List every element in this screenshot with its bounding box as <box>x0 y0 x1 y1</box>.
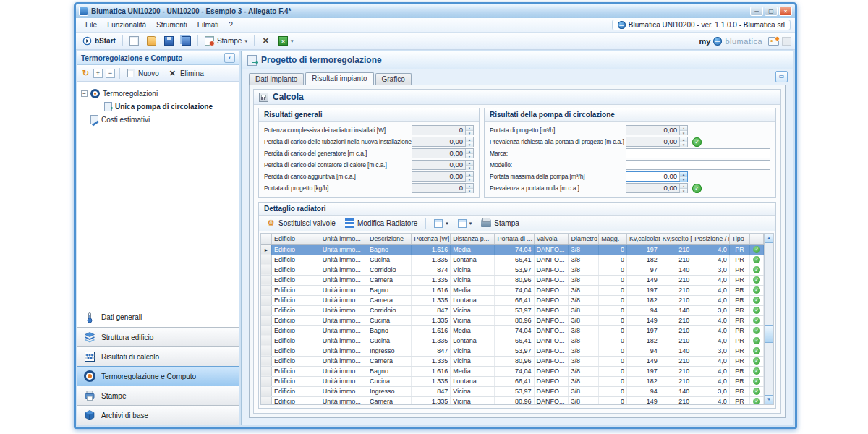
scroll-down-icon[interactable]: ▼ <box>765 395 773 404</box>
notes-icon[interactable] <box>782 37 791 46</box>
spinner-buttons[interactable]: ▴▾ <box>465 161 473 169</box>
col-header[interactable]: Portata di ... <box>495 234 534 244</box>
scrollbar-thumb[interactable] <box>765 326 773 343</box>
stampa-button[interactable]: Stampa <box>478 218 522 229</box>
menu-help[interactable]: ? <box>224 20 238 30</box>
group-title: Risultati della pompa di circolazione <box>485 109 775 122</box>
menu-filmati[interactable]: Filmati <box>192 20 224 30</box>
cell-descrizione: Cucina <box>367 376 412 386</box>
table-row[interactable]: EdificioUnità immo...Ingresso847Vicina53… <box>261 386 764 396</box>
table-row[interactable]: EdificioUnità immo...Camera1.335Vicina80… <box>261 396 764 405</box>
col-header[interactable]: Tipo <box>729 234 749 244</box>
table-row[interactable]: EdificioUnità immo...Cucina1.335Lontana6… <box>261 376 764 386</box>
excel-export-button[interactable]: x ▾ <box>276 35 297 47</box>
portata-massima-spinner[interactable]: 0,00▴▾ <box>626 171 688 182</box>
version-badge[interactable]: Blumatica UNI10200 - ver. 1.1.0.0 - Blum… <box>612 20 791 30</box>
cell-valvola: DANFO... <box>534 275 569 285</box>
col-header[interactable]: Descrizione <box>367 234 412 244</box>
col-header[interactable]: Posizione / B... <box>692 234 729 244</box>
my-blumatica-brand[interactable]: my blumatica <box>699 37 791 46</box>
spinner-buttons[interactable]: ▴▾ <box>679 137 687 146</box>
stampe-dropdown-button[interactable]: Stampe ▾ <box>202 35 250 47</box>
col-header[interactable]: Kv,scelto [... <box>660 234 692 244</box>
spinner-buttons[interactable]: ▴▾ <box>465 184 473 192</box>
col-header[interactable]: Distanza p... <box>451 234 495 244</box>
elimina-button[interactable]: ✕ Elimina <box>165 67 207 80</box>
col-header[interactable]: Kv,calcolat... <box>627 234 660 244</box>
modifica-radiatore-button[interactable]: Modifica Radiatore <box>342 217 420 229</box>
marca-input[interactable] <box>626 148 770 158</box>
table-row[interactable]: EdificioUnità immo...Corridoio874Vicina5… <box>261 265 764 275</box>
spinner-buttons[interactable]: ▴▾ <box>465 126 473 135</box>
table-row[interactable]: EdificioUnità immo...Bagno1.616Media74,0… <box>261 366 764 376</box>
table-row[interactable]: EdificioUnità immo...Corridoio847Vicina5… <box>261 305 764 315</box>
vertical-scrollbar[interactable]: ▲ ▼ <box>764 234 773 404</box>
tools-button[interactable]: ✕ <box>258 35 273 47</box>
tree-collapse-icon[interactable]: − <box>81 90 88 97</box>
sostituisci-valvole-button[interactable]: ⚙ Sostituisci valvole <box>263 217 339 229</box>
title-bar[interactable]: Blumatica UNI10200 - UNI10200 - Esempio … <box>76 4 795 18</box>
col-header[interactable]: Magg. <box>599 234 627 244</box>
cell-potenza: 1.616 <box>412 244 451 255</box>
new-button[interactable] <box>127 35 142 47</box>
spinner-buttons[interactable]: ▴▾ <box>679 184 687 192</box>
expand-all-button[interactable]: + <box>93 69 103 78</box>
tab-risultati-impianto[interactable]: Risultati impianto <box>305 72 373 85</box>
sidebar-item-stampe[interactable]: Stampe <box>77 386 239 405</box>
spinner-buttons[interactable]: ▴▾ <box>679 172 687 181</box>
grid-options-button[interactable]: ▾ <box>431 218 451 229</box>
tab-grafico[interactable]: Grafico <box>375 73 412 85</box>
save-all-button[interactable] <box>179 35 194 47</box>
refresh-links-icon[interactable]: ↻ <box>81 69 90 78</box>
table-row[interactable]: EdificioUnità immo...Bagno1.616Media74,0… <box>261 285 764 295</box>
table-row[interactable]: EdificioUnità immo...Cucina1.335Lontana6… <box>261 336 764 346</box>
maximize-button[interactable]: ▢ <box>765 7 778 16</box>
sidebar-item-struttura-edificio[interactable]: Struttura edificio <box>77 327 239 346</box>
tree-node-termoregolazioni[interactable]: − Termoregolazioni <box>81 87 235 100</box>
group-title: Risultati generali <box>259 109 479 122</box>
table-row[interactable]: EdificioUnità immo...Camera1.335Vicina80… <box>261 275 764 285</box>
tab-dati-impianto[interactable]: Dati impianto <box>249 73 304 85</box>
table-row[interactable]: EdificioUnità immo...Cucina1.335Vicina80… <box>261 315 764 326</box>
user-card-icon[interactable] <box>768 37 779 46</box>
spinner-buttons[interactable]: ▴▾ <box>465 172 473 181</box>
col-header[interactable]: Unità immo... <box>320 234 367 244</box>
spinner-buttons[interactable]: ▴▾ <box>679 126 687 135</box>
spinner-buttons[interactable]: ▴▾ <box>465 149 473 158</box>
table-row[interactable]: ►EdificioUnità immo...Bagno1.616Media74,… <box>261 244 764 255</box>
col-header[interactable]: Potenza [W] <box>412 234 451 244</box>
close-button[interactable]: × <box>779 7 792 16</box>
col-header[interactable]: Diametro <box>569 234 599 244</box>
sidebar-tree: − Termoregolazioni Unica pompa di circol… <box>77 82 239 307</box>
sidebar-item-archivi-base[interactable]: Archivi di base <box>77 405 239 425</box>
menu-funzionalita[interactable]: Funzionalità <box>102 20 151 30</box>
tree-node-unica-pompa[interactable]: Unica pompa di circolazione <box>81 100 235 113</box>
nuovo-button[interactable]: Nuovo <box>124 67 162 79</box>
cell-portata: 80,96 <box>495 396 534 405</box>
col-header[interactable]: Valvola <box>534 234 569 244</box>
sidebar-item-risultati-calcolo[interactable]: Risultati di calcolo <box>77 346 239 366</box>
menu-file[interactable]: File <box>80 20 102 30</box>
layout-options-button[interactable]: ▾ <box>455 218 475 229</box>
scroll-up-icon[interactable]: ▲ <box>765 234 773 243</box>
col-header[interactable]: Edificio <box>272 234 320 244</box>
save-button[interactable] <box>161 35 176 47</box>
open-button[interactable] <box>144 35 159 47</box>
table-row[interactable]: EdificioUnità immo...Bagno1.616Media74,0… <box>261 326 764 336</box>
bstart-button[interactable]: bStart <box>80 35 119 47</box>
table-row[interactable]: EdificioUnità immo...Ingresso847Vicina53… <box>261 346 764 356</box>
table-row[interactable]: EdificioUnità immo...Cucina1.335Lontana6… <box>261 255 764 265</box>
tree-node-costi-estimativi[interactable]: Costi estimativi <box>81 113 235 126</box>
table-row[interactable]: EdificioUnità immo...Camera1.335Vicina80… <box>261 356 764 366</box>
table-row[interactable]: EdificioUnità immo...Camera1.335Lontana6… <box>261 295 764 305</box>
spinner-buttons[interactable]: ▴▾ <box>465 137 473 146</box>
collapse-panel-button[interactable]: ‹ <box>224 53 235 63</box>
menu-strumenti[interactable]: Strumenti <box>151 20 192 30</box>
sidebar-item-dati-generali[interactable]: Dati generali <box>77 307 239 327</box>
sidebar-item-termoregolazione[interactable]: Termoregolazione e Computo <box>77 366 239 386</box>
minimize-button[interactable]: ─ <box>750 7 763 16</box>
bstart-label: bStart <box>95 37 116 45</box>
modello-input[interactable] <box>626 160 770 170</box>
collapse-all-button[interactable]: − <box>106 69 115 78</box>
expand-view-button[interactable]: ▭ <box>775 71 788 82</box>
